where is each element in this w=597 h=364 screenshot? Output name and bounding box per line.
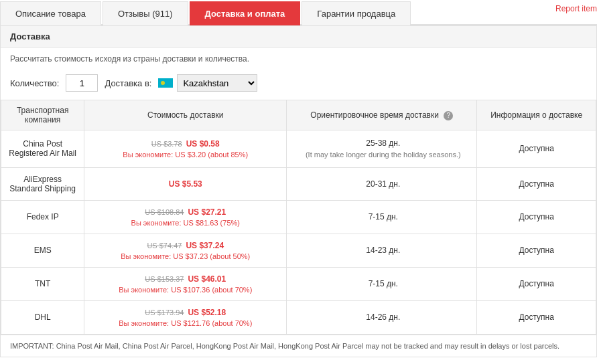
delivery-note: (It may take longer during the holiday s… (296, 149, 470, 161)
time-cell: 7-15 дн. (287, 267, 477, 300)
cost-cell: US $74.47US $37.24Вы экономите: US $37.2… (84, 234, 287, 267)
quantity-input[interactable] (66, 74, 98, 92)
sale-price: US $37.24 (186, 241, 224, 250)
shipping-table: Транспортная компания Стоимость доставки… (1, 100, 596, 335)
availability-cell: Доступна (477, 200, 596, 234)
time-cell: 14-23 дн. (287, 234, 477, 267)
delivery-days: 14-26 дн. (366, 312, 400, 322)
carrier-cell: DHL (1, 300, 84, 334)
carrier-cell: EMS (1, 234, 84, 267)
sale-price: US $52.18 (188, 308, 226, 317)
cost-cell: US $173.94US $52.18Вы экономите: US $121… (84, 300, 287, 334)
flag-icon (158, 78, 173, 88)
cost-cell: US $153.37US $46.01Вы экономите: US $107… (84, 267, 287, 300)
sale-price: US $46.01 (188, 274, 226, 284)
delivery-days: 20-31 дн. (366, 179, 400, 189)
tab-bar: Описание товара Отзывы (911) Доставка и … (0, 0, 597, 25)
time-cell: 25-38 дн.(It may take longer during the … (287, 130, 477, 168)
original-price: US $3.78 (151, 140, 182, 148)
header-info: Информация о доставке (477, 100, 596, 130)
header-cost: Стоимость доставки (84, 100, 287, 130)
quantity-label: Количество: (10, 78, 59, 88)
cost-cell: US $3.78US $0.58Вы экономите: US $3.20 (… (84, 130, 287, 168)
tab-guarantees[interactable]: Гарантии продавца (302, 1, 411, 25)
original-price: US $74.47 (147, 242, 182, 250)
availability-cell: Доступна (477, 130, 596, 168)
sale-price: US $27.21 (188, 207, 226, 217)
sale-price: US $0.58 (186, 139, 220, 149)
save-text: Вы экономите: US $37.23 (about 50%) (91, 252, 279, 260)
report-item-link[interactable]: Report item (555, 4, 597, 13)
table-row: TNTUS $153.37US $46.01Вы экономите: US $… (1, 267, 596, 300)
table-row: DHLUS $173.94US $52.18Вы экономите: US $… (1, 300, 596, 334)
quantity-row: Количество: Доставка в: Kazakhstan Russi… (1, 70, 596, 100)
delivery-days: 7-15 дн. (369, 279, 398, 288)
save-text: Вы экономите: US $81.63 (75%) (91, 219, 279, 227)
help-icon[interactable]: ? (444, 111, 453, 120)
availability-cell: Доступна (477, 300, 596, 334)
header-time: Ориентировочное время доставки ? (287, 100, 477, 130)
delivery-to-label: Доставка в: (105, 78, 151, 88)
table-row: EMSUS $74.47US $37.24Вы экономите: US $3… (1, 234, 596, 267)
table-row: AliExpress Standard ShippingUS $5.5320-3… (1, 167, 596, 200)
original-price: US $173.94 (145, 308, 184, 316)
svg-point-1 (161, 81, 165, 85)
save-text: Вы экономите: US $107.36 (about 70%) (91, 286, 279, 294)
delivery-days: 25-38 дн. (366, 139, 400, 148)
availability-cell: Доступна (477, 267, 596, 300)
country-dropdown[interactable]: Kazakhstan Russia China USA (177, 74, 257, 92)
header-carrier: Транспортная компания (1, 100, 84, 130)
carrier-cell: AliExpress Standard Shipping (1, 167, 84, 200)
table-row: China Post Registered Air MailUS $3.78US… (1, 130, 596, 168)
calc-description: Рассчитать стоимость исходя из страны до… (1, 48, 596, 70)
time-cell: 7-15 дн. (287, 200, 477, 234)
delivery-days: 14-23 дн. (366, 246, 400, 255)
availability-cell: Доступна (477, 167, 596, 200)
original-price: US $108.84 (145, 208, 184, 216)
original-price: US $153.37 (145, 275, 184, 283)
cost-cell: US $5.53 (84, 167, 287, 200)
tab-description[interactable]: Описание товара (0, 1, 101, 25)
table-row: Fedex IPUS $108.84US $27.21Вы экономите:… (1, 200, 596, 234)
tab-reviews[interactable]: Отзывы (911) (103, 1, 188, 25)
important-note: IMPORTANT: China Post Air Mail, China Po… (1, 335, 596, 357)
carrier-cell: TNT (1, 267, 84, 300)
sale-price: US $5.53 (169, 179, 202, 189)
carrier-cell: Fedex IP (1, 200, 84, 234)
save-text: Вы экономите: US $121.76 (about 70%) (91, 319, 279, 327)
delivery-days: 7-15 дн. (369, 212, 398, 221)
country-select-container: Kazakhstan Russia China USA (158, 74, 257, 92)
cost-cell: US $108.84US $27.21Вы экономите: US $81.… (84, 200, 287, 234)
time-cell: 14-26 дн. (287, 300, 477, 334)
section-title: Доставка (1, 26, 596, 48)
time-cell: 20-31 дн. (287, 167, 477, 200)
svg-rect-0 (158, 78, 173, 88)
availability-cell: Доступна (477, 234, 596, 267)
tab-shipping[interactable]: Доставка и оплата (190, 1, 301, 25)
carrier-cell: China Post Registered Air Mail (1, 130, 84, 168)
save-text: Вы экономите: US $3.20 (about 85%) (91, 151, 279, 159)
